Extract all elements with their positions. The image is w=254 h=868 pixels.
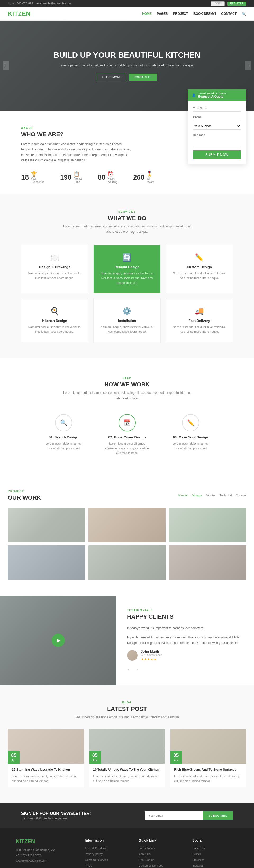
footer-link-privacy[interactable]: Privacy policy	[85, 852, 131, 856]
contact-us-button[interactable]: CONTACT US	[129, 73, 157, 81]
service-installation-desc: Nam orci neque, tincidunt in vel vehicul…	[99, 325, 155, 334]
how-steps: 🔍 01. Search Design Lorem ipsum dolor si…	[8, 414, 246, 456]
footer: KITZEN 100 Collins St, Melbourne, Vic +6…	[0, 828, 254, 868]
about-title: WHO WE ARE?	[21, 131, 132, 138]
work-filter-monitor[interactable]: Monitor	[206, 494, 216, 497]
services-desc: Lorem ipsum dolor sit amet, consectetur …	[61, 224, 193, 235]
author-info: John Martin CEO Consultancy ★★★★★	[141, 650, 162, 661]
hero-subtitle: Lorem ipsum dolor sit amet, sed do eiusm…	[53, 63, 200, 68]
phone-icon: 📞	[8, 2, 12, 5]
testimonial-prev-button[interactable]: ←	[127, 666, 132, 672]
footer-link-pinterest[interactable]: Pinterest	[192, 858, 238, 862]
phone-number: +1 340-678-891	[12, 2, 33, 5]
search-icon[interactable]: 🔍	[242, 12, 246, 16]
work-item-2[interactable]	[88, 508, 166, 542]
testimonial-title: HAPPY CLIENTS	[127, 613, 244, 620]
service-rebuild-icon: 🔄	[99, 253, 155, 262]
hero-title: BUILD UP YOUR BEAUTIFUL KITCHEN	[53, 50, 200, 60]
footer-link-about[interactable]: About Us	[139, 852, 185, 856]
service-delivery-desc: Nam orci neque, tincidunt in vel vehicul…	[171, 325, 227, 334]
footer-link-faqs[interactable]: FAQs	[85, 864, 131, 867]
quote-form: 👤 Lorem ipsum dolor sit amet, Request A …	[188, 89, 246, 164]
blog-post-2[interactable]: 05 Apr 10 Totally Unique Ways To Tile Yo…	[89, 729, 165, 787]
quote-submit-button[interactable]: SUBMIT NOW	[193, 151, 241, 159]
top-bar: 📞 +1 340-678-891 ✉ example@example.com L…	[0, 0, 254, 7]
footer-link-facebook[interactable]: Facebook	[192, 846, 238, 850]
work-item-4[interactable]	[8, 545, 85, 580]
work-item-3[interactable]	[169, 508, 246, 542]
work-filter-vintage[interactable]: Vintage	[192, 494, 202, 497]
nav-project[interactable]: PROJECT	[173, 12, 188, 16]
hero-prev-button[interactable]: ‹	[3, 61, 9, 70]
work-item-1[interactable]	[8, 508, 85, 542]
nav-book-design[interactable]: BOOK DESIGN	[193, 12, 216, 16]
step-book-desc: Lorem ipsum dolor sit amet, consectetur …	[103, 441, 151, 456]
service-installation: ⚙️ Installation Nam orci neque, tincidun…	[93, 299, 160, 342]
blog-post-2-date: 05 Apr	[89, 751, 101, 764]
top-bar-actions: LOGIN REGISTER	[210, 1, 246, 6]
nav-pages[interactable]: PAGES	[157, 12, 168, 16]
work-filter-technical[interactable]: Technical	[220, 494, 232, 497]
blog-post-1[interactable]: 05 Apr 17 Stunning Ways Upgrade To Kitch…	[8, 729, 84, 787]
footer-link-news[interactable]: Latest News	[139, 846, 185, 850]
testimonial-label: TESTIMONIALS	[127, 609, 244, 612]
how-title: HOW WE WORK	[8, 381, 246, 388]
footer-link-twitter[interactable]: Twitter	[192, 852, 238, 856]
work-view-all[interactable]: View All	[178, 494, 188, 497]
blog-post-2-day: 05	[92, 752, 97, 758]
play-button[interactable]	[52, 634, 65, 647]
top-bar-contact: 📞 +1 340-678-891 ✉ example@example.com	[8, 2, 71, 5]
blog-post-3[interactable]: 05 Apr Rich Blue-Greens And To Stone Sur…	[170, 729, 246, 787]
footer-link-customer-services[interactable]: Customer Services	[139, 864, 185, 867]
nav-logo: KITZEN	[8, 10, 30, 17]
testimonial-next-button[interactable]: →	[134, 666, 139, 672]
stat-hours-label: Hours Working	[107, 177, 117, 184]
blog-post-1-excerpt: Lorem ipsum dolor sit amet, consectetur …	[12, 774, 80, 783]
step-book-circle: 📅	[118, 414, 136, 431]
blog-post-1-title: 17 Stunning Ways Upgrade To Kitchen	[12, 768, 80, 772]
blog-post-1-month: Apr	[12, 759, 16, 762]
stat-experience-icon: 🏆	[31, 172, 37, 177]
hero-content: BUILD UP YOUR BEAUTIFUL KITCHEN Lorem ip…	[48, 40, 205, 91]
learn-more-button[interactable]: LEARN MORE	[97, 73, 126, 81]
email-icon: ✉	[36, 2, 39, 5]
newsletter-text: SIGN UP FOR OUR NEWSLETTER: Join over 5,…	[21, 811, 91, 820]
footer-info-links: Term & Condition Privacy policy Customer…	[85, 846, 131, 867]
quote-subject-select[interactable]: Your Subject	[193, 122, 241, 130]
footer-link-customer[interactable]: Customer Service	[85, 858, 131, 862]
register-button[interactable]: REGISTER	[227, 2, 246, 5]
step-search-num: 01. Search Design	[40, 435, 87, 439]
work-item-5[interactable]	[88, 545, 166, 580]
quote-header-cta: Request A Quote	[198, 95, 227, 98]
step-search-circle: 🔍	[55, 414, 72, 431]
nav-home[interactable]: HOME	[142, 12, 151, 16]
newsletter-input[interactable]	[145, 811, 203, 820]
footer-grid: KITZEN 100 Collins St, Melbourne, Vic +6…	[16, 838, 238, 868]
quote-phone-input[interactable]	[193, 114, 241, 120]
footer-link-best-design[interactable]: Best Design	[139, 858, 185, 862]
stat-experience-num: 18	[21, 173, 29, 181]
footer-col-quick-title: Quick Link	[139, 838, 185, 842]
footer-link-terms[interactable]: Term & Condition	[85, 846, 131, 850]
quote-header-text: Lorem ipsum dolor sit amet,	[198, 92, 227, 95]
footer-social-links: Facebook Twitter Pinterest Instagram	[192, 846, 238, 867]
quote-message-textarea[interactable]	[193, 132, 241, 146]
nav-contact[interactable]: CONTACT	[221, 12, 236, 16]
work-filter-counter[interactable]: Counter	[236, 494, 246, 497]
author-role: CEO Consultancy	[141, 653, 162, 656]
stat-projects: 190 📋 Project Done	[60, 171, 82, 184]
blog-post-3-day: 05	[173, 752, 178, 758]
blog-post-3-image: 05 Apr	[170, 729, 246, 764]
work-item-6[interactable]	[169, 545, 246, 580]
quote-name-input[interactable]	[193, 105, 241, 112]
service-design-icon: 🍽️	[27, 253, 83, 262]
hero-next-button[interactable]: ›	[245, 61, 251, 70]
login-button[interactable]: LOGIN	[210, 1, 225, 6]
newsletter-submit-button[interactable]: SUBSCRIBE	[203, 811, 233, 820]
testimonial-content: TESTIMONIALS HAPPY CLIENTS In today's wo…	[116, 596, 254, 685]
step-make-desc: Lorem ipsum dolor sit amet, consectetur …	[167, 441, 214, 451]
testimonial-text2: My order arrived today, as per your e-ma…	[127, 635, 244, 646]
footer-link-instagram[interactable]: Instagram	[192, 864, 238, 867]
footer-address: 100 Collins St, Melbourne, Vic +61 (0)3 …	[16, 848, 77, 863]
stat-hours-icon: ⏰	[107, 172, 113, 177]
